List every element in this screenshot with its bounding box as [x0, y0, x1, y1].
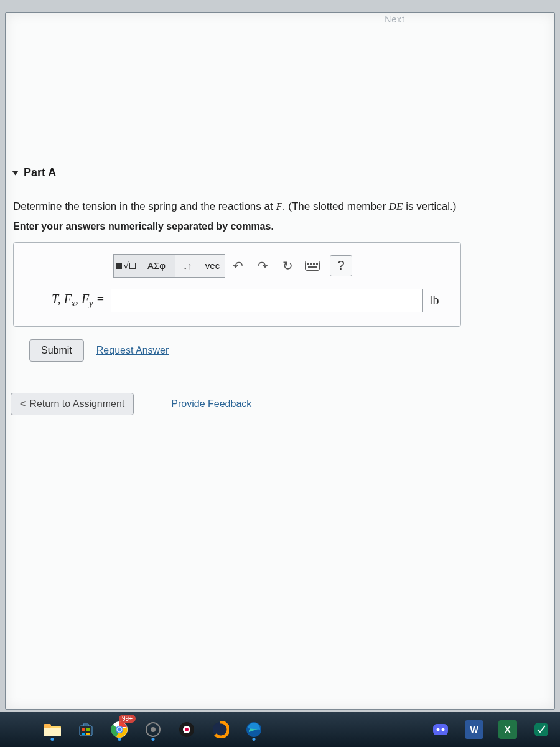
redo-button[interactable]: ↷: [250, 254, 275, 278]
chrome-badge: 99+: [119, 715, 136, 723]
svg-point-22: [185, 728, 189, 731]
svg-rect-9: [80, 726, 92, 736]
answer-instruction: Enter your answers numerically separated…: [11, 217, 549, 242]
prompt-text-b: . (The slotted member: [282, 200, 389, 212]
var-Fx-sub: x: [72, 299, 75, 308]
firefox-icon[interactable]: [208, 717, 233, 742]
vec-button[interactable]: vec: [200, 254, 225, 278]
nav-next-hint: Next: [385, 14, 405, 24]
templates-button[interactable]: √: [113, 254, 138, 278]
page-surface: Next Part A Determine the tension in the…: [5, 12, 555, 710]
answer-unit: lb: [429, 293, 448, 308]
question-prompt: Determine the tension in the spring and …: [11, 199, 549, 217]
svg-rect-13: [86, 733, 90, 735]
svg-rect-12: [82, 733, 85, 735]
svg-rect-8: [44, 728, 61, 736]
caret-down-icon: [12, 171, 19, 175]
prompt-text-a: Determine the tension in the spring and …: [13, 200, 276, 212]
prompt-var-DE: DE: [389, 200, 403, 212]
svg-rect-10: [82, 728, 85, 731]
svg-point-27: [442, 728, 445, 731]
action-row: Submit Request Answer: [29, 339, 547, 362]
microsoft-store-icon[interactable]: [73, 717, 98, 742]
svg-rect-25: [433, 724, 448, 735]
svg-rect-2: [310, 263, 312, 265]
square-icon: [116, 263, 122, 269]
answer-box: √ ΑΣφ ↓↑ vec ↶ ↷ ↻ ? T, Fx, Fy = lb: [13, 242, 461, 327]
svg-point-19: [151, 727, 156, 732]
content-area: Part A Determine the tension in the spri…: [6, 162, 554, 421]
var-Fx: F: [64, 292, 72, 306]
answer-line: T, Fx, Fy = lb: [30, 289, 448, 312]
windows-taskbar: 99+ W X: [0, 712, 560, 747]
prompt-var-F: F: [276, 200, 282, 212]
return-label: Return to Assignment: [29, 398, 124, 410]
part-title: Part A: [24, 166, 56, 179]
part-header[interactable]: Part A: [11, 162, 549, 186]
app-icon-1[interactable]: [174, 717, 199, 742]
greek-button[interactable]: ΑΣφ: [138, 254, 175, 278]
settings-icon[interactable]: [141, 717, 166, 742]
subsup-button[interactable]: ↓↑: [175, 254, 200, 278]
chrome-icon[interactable]: 99+: [107, 717, 132, 742]
svg-rect-11: [86, 728, 90, 731]
svg-rect-7: [44, 724, 51, 728]
file-explorer-icon[interactable]: [40, 717, 65, 742]
svg-rect-1: [307, 263, 309, 265]
svg-rect-5: [308, 266, 317, 268]
footer-link-row: Return to Assignment Provide Feedback: [11, 387, 549, 421]
equals-sign: =: [93, 292, 105, 306]
svg-rect-3: [313, 263, 315, 265]
answer-input[interactable]: [111, 289, 423, 312]
word-icon[interactable]: W: [462, 717, 487, 742]
answer-lhs: T, Fx, Fy =: [30, 292, 105, 309]
edge-icon[interactable]: [241, 717, 266, 742]
return-to-assignment-button[interactable]: Return to Assignment: [11, 393, 134, 415]
submit-button[interactable]: Submit: [29, 339, 84, 362]
reset-button[interactable]: ↻: [275, 254, 300, 278]
word-label: W: [465, 720, 483, 739]
excel-label: X: [498, 720, 517, 739]
equation-toolbar: √ ΑΣφ ↓↑ vec ↶ ↷ ↻ ?: [113, 254, 448, 278]
request-answer-link[interactable]: Request Answer: [96, 345, 169, 356]
svg-point-17: [118, 728, 122, 732]
svg-rect-4: [316, 263, 318, 265]
help-button[interactable]: ?: [330, 255, 352, 276]
prompt-text-c: is vertical.): [403, 200, 457, 212]
app-icon-2[interactable]: [529, 717, 554, 742]
svg-point-26: [437, 728, 440, 731]
excel-icon[interactable]: X: [495, 717, 520, 742]
keyboard-button[interactable]: [300, 254, 325, 278]
undo-button[interactable]: ↶: [225, 254, 250, 278]
svg-rect-0: [306, 261, 320, 270]
var-Fy: F: [82, 292, 89, 306]
discord-icon[interactable]: [428, 717, 453, 742]
var-T: T: [52, 292, 58, 306]
provide-feedback-link[interactable]: Provide Feedback: [171, 398, 251, 410]
